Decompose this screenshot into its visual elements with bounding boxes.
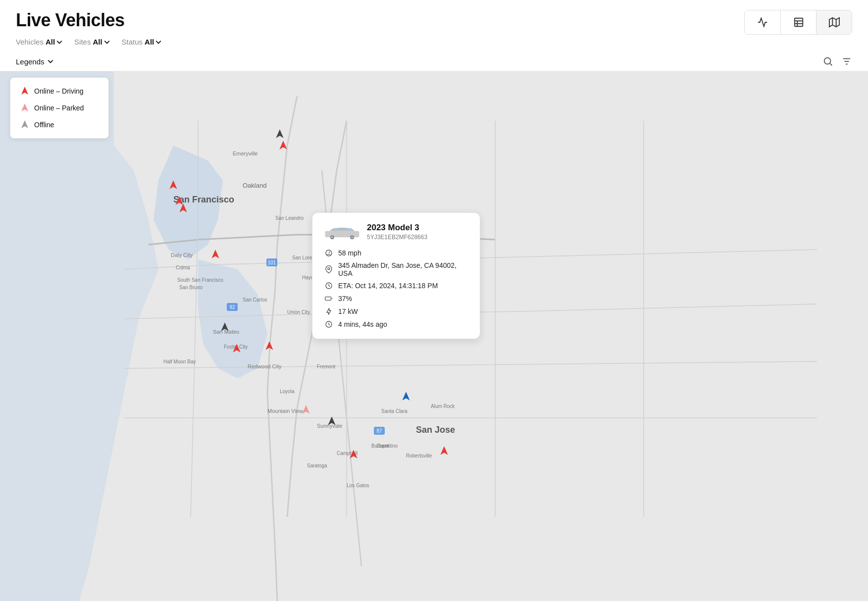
- legend-driving: Online – Driving: [20, 86, 99, 97]
- svg-marker-65: [350, 450, 357, 458]
- battery-icon: [324, 294, 333, 303]
- marker-driving-8[interactable]: [349, 449, 358, 460]
- svg-text:San Bruno: San Bruno: [179, 285, 203, 290]
- activity-icon: [757, 17, 768, 28]
- marker-blue-1[interactable]: [401, 391, 411, 403]
- popup-battery-row: 37%: [324, 294, 468, 303]
- svg-text:Fremont: Fremont: [317, 364, 335, 369]
- status-dropdown[interactable]: All: [145, 38, 161, 46]
- filter-icon[interactable]: [841, 56, 852, 67]
- chevron-down-icon: [56, 39, 62, 45]
- svg-text:Half Moon Bay: Half Moon Bay: [163, 359, 196, 364]
- search-icon[interactable]: [822, 56, 833, 67]
- legend-parked: Online – Parked: [20, 102, 99, 113]
- legend-panel: Online – Driving Online – Parked Offline: [10, 77, 109, 139]
- svg-text:Daly City: Daly City: [171, 252, 193, 258]
- svg-rect-67: [325, 231, 359, 237]
- svg-text:Redwood City: Redwood City: [248, 363, 282, 369]
- popup-address: 345 Almaden Dr, San Jose, CA 94002, USA: [338, 261, 468, 277]
- svg-marker-63: [328, 416, 335, 425]
- svg-text:San Jose: San Jose: [416, 425, 455, 435]
- svg-marker-53: [276, 129, 283, 138]
- svg-marker-62: [302, 405, 309, 413]
- map-controls-row: Legends: [0, 52, 868, 71]
- svg-text:Colma: Colma: [176, 265, 190, 270]
- popup-power-row: 17 kW: [324, 307, 468, 316]
- vehicles-filter: Vehicles All: [16, 38, 62, 46]
- map-button[interactable]: [816, 10, 852, 34]
- svg-point-70: [331, 236, 333, 238]
- legend-offline: Offline: [20, 119, 99, 130]
- power-icon: [324, 307, 333, 316]
- popup-speed-row: 58 mph: [324, 249, 468, 257]
- svg-text:92: 92: [229, 304, 235, 310]
- map-icon: [829, 17, 840, 28]
- marker-driving-5[interactable]: [210, 249, 220, 260]
- marker-driving-9[interactable]: [439, 445, 449, 457]
- svg-text:101: 101: [268, 260, 276, 265]
- marker-driving-2[interactable]: [168, 179, 178, 191]
- popup-lastseen: 4 mins, 44s ago: [338, 320, 387, 328]
- legends-toggle[interactable]: Legends: [16, 57, 53, 66]
- svg-marker-61: [265, 341, 273, 350]
- popup-header: 2023 Model 3 5YJ3E1EB2MF628663: [324, 223, 468, 241]
- marker-driving-7[interactable]: [264, 340, 274, 352]
- page-title: Live Vehicles: [16, 10, 852, 31]
- legend-driving-label: Online – Driving: [34, 87, 84, 95]
- map-container[interactable]: San Francisco Oakland San Jose Emeryvill…: [0, 71, 868, 601]
- svg-text:Robertsville: Robertsville: [406, 453, 432, 458]
- svg-marker-52: [21, 120, 28, 128]
- svg-line-75: [329, 252, 330, 253]
- svg-marker-54: [279, 141, 287, 149]
- popup-model: 2023 Model 3: [367, 223, 427, 233]
- popup-battery: 37%: [338, 295, 352, 303]
- svg-text:87: 87: [376, 428, 382, 434]
- marker-offline-2[interactable]: [220, 321, 230, 333]
- popup-address-row: 345 Almaden Dr, San Jose, CA 94002, USA: [324, 261, 468, 277]
- vehicles-dropdown[interactable]: All: [46, 38, 62, 46]
- svg-marker-60: [233, 344, 240, 352]
- popup-lastseen-row: 4 mins, 44s ago: [324, 320, 468, 329]
- svg-rect-78: [325, 297, 331, 301]
- table-button[interactable]: [780, 10, 816, 34]
- map-action-icons: [822, 56, 852, 67]
- svg-text:Union City: Union City: [287, 309, 310, 315]
- speed-icon: [324, 249, 333, 257]
- marker-driving-1[interactable]: [278, 140, 288, 152]
- popup-eta-row: ETA: Oct 14, 2024, 14:31:18 PM: [324, 281, 468, 290]
- svg-marker-58: [211, 250, 219, 258]
- svg-marker-51: [21, 103, 28, 111]
- legend-offline-label: Offline: [34, 121, 54, 129]
- svg-text:Oakland: Oakland: [243, 182, 266, 189]
- svg-text:Loyola: Loyola: [280, 389, 295, 394]
- sites-dropdown[interactable]: All: [93, 38, 109, 46]
- popup-vehicle-info: 2023 Model 3 5YJ3E1EB2MF628663: [367, 223, 427, 241]
- svg-marker-59: [221, 322, 228, 331]
- marker-driving-4[interactable]: [178, 203, 188, 214]
- svg-rect-72: [346, 228, 352, 231]
- svg-marker-66: [440, 446, 448, 455]
- marker-driving-6[interactable]: [232, 343, 242, 355]
- marker-offline-1[interactable]: [275, 128, 285, 140]
- marker-parked-1[interactable]: [301, 404, 311, 416]
- marker-offline-3[interactable]: [327, 415, 337, 427]
- svg-marker-57: [179, 203, 187, 212]
- offline-marker-icon: [20, 119, 29, 130]
- filters-row: Vehicles All Sites All Status All: [16, 38, 852, 52]
- popup-vin: 5YJ3E1EB2MF628663: [367, 234, 427, 241]
- svg-point-76: [328, 268, 330, 270]
- clock-icon: [324, 281, 333, 290]
- svg-text:San Carlos: San Carlos: [243, 297, 267, 303]
- svg-rect-73: [333, 228, 339, 231]
- svg-marker-64: [402, 392, 409, 400]
- vehicles-label: Vehicles: [16, 38, 44, 46]
- svg-point-7: [824, 58, 831, 64]
- status-label: Status: [122, 38, 143, 46]
- svg-text:San Leandro: San Leandro: [275, 215, 304, 221]
- location-icon: [324, 265, 333, 274]
- activity-button[interactable]: [745, 10, 780, 34]
- popup-speed: 58 mph: [338, 249, 361, 257]
- parked-marker-icon: [20, 102, 29, 113]
- sites-filter: Sites All: [74, 38, 110, 46]
- svg-point-71: [351, 236, 353, 238]
